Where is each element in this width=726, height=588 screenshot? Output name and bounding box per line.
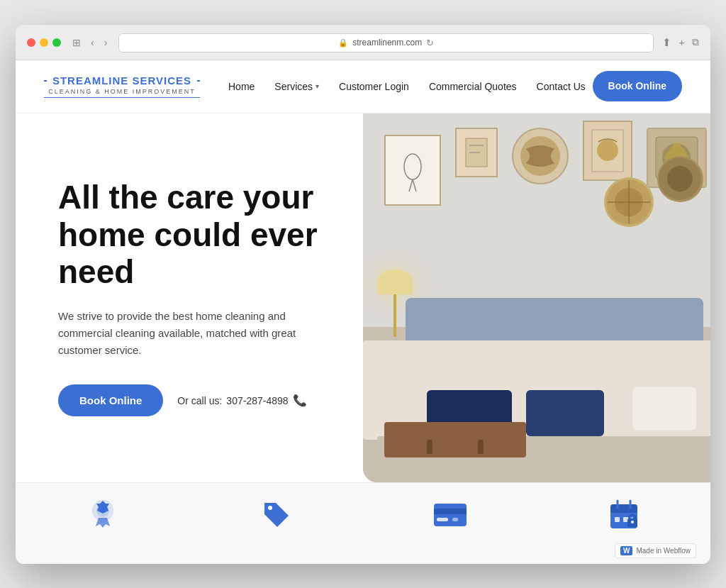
nav-link-commercial-quotes[interactable]: Commercial Quotes [429, 81, 517, 92]
maximize-button[interactable] [52, 38, 61, 47]
nav-links: Home Services ▾ Customer Login Commercia… [228, 81, 593, 92]
refresh-icon[interactable]: ↻ [426, 38, 434, 48]
svg-rect-26 [610, 509, 637, 513]
nav-link-services[interactable]: Services ▾ [274, 81, 319, 92]
browser-actions: ⬆ + ⧉ [662, 36, 699, 49]
svg-point-33 [631, 521, 634, 523]
svg-rect-21 [434, 509, 467, 514]
lamp-shade [377, 270, 413, 294]
svg-rect-29 [615, 517, 620, 522]
webflow-label: Made in Webflow [636, 547, 691, 555]
svg-rect-20 [434, 504, 467, 526]
bench-leg-right [478, 440, 484, 454]
back-button[interactable]: ‹ [88, 35, 97, 50]
credit-card-icon [432, 497, 468, 533]
navbar: STREAMLINE SERVICES CLEANING & HOME IMPR… [16, 60, 710, 113]
svg-line-1 [409, 179, 413, 192]
wall-art-1 [384, 135, 441, 206]
new-tab-icon[interactable]: + [678, 36, 685, 49]
calendar-icon-item [606, 497, 642, 533]
minimize-button[interactable] [40, 38, 48, 47]
bench [384, 422, 526, 457]
credit-card-icon-item [432, 497, 468, 533]
hero-section: All the care your home could ever need W… [16, 113, 710, 482]
bench-leg-left [427, 440, 432, 454]
logo-text-sub: CLEANING & HOME IMPROVEMENT [48, 88, 196, 95]
lock-icon: 🔒 [338, 38, 348, 48]
url-text: streamlinenm.com [352, 38, 422, 48]
nav-link-home[interactable]: Home [228, 81, 255, 92]
wall-deco-2 [657, 156, 703, 202]
award-icon [85, 497, 121, 533]
logo-line-right [197, 80, 200, 82]
logo-text-main[interactable]: STREAMLINE SERVICES [52, 74, 191, 87]
webflow-badge[interactable]: W Made in Webflow [615, 543, 696, 558]
call-text: Or call us: 307-287-4898 📞 [177, 394, 306, 407]
pillow-white [632, 387, 696, 430]
phone-number: 307-287-4898 [226, 395, 288, 406]
website: STREAMLINE SERVICES CLEANING & HOME IMPR… [16, 60, 710, 564]
tag-icon [259, 497, 294, 533]
logo-lines-top: STREAMLINE SERVICES [44, 74, 200, 87]
wall-art-3 [512, 128, 569, 184]
bottom-icons-strip [16, 482, 710, 543]
calendar-icon [606, 497, 642, 533]
hero-book-button[interactable]: Book Online [58, 384, 163, 416]
traffic-lights [27, 38, 61, 47]
browser-chrome: ⊞ ‹ › 🔒 streamlinenm.com ↻ ⬆ + ⧉ [16, 25, 710, 60]
webflow-w-icon: W [620, 546, 632, 555]
svg-point-19 [268, 506, 272, 510]
svg-line-2 [413, 179, 416, 192]
phone-icon: 📞 [293, 394, 307, 407]
svg-point-0 [404, 154, 421, 179]
wall-art-2 [455, 128, 498, 177]
wall-art-4 [583, 121, 632, 181]
svg-rect-23 [452, 518, 458, 521]
address-bar[interactable]: 🔒 streamlinenm.com ↻ [118, 33, 654, 52]
nav-link-customer-login[interactable]: Customer Login [339, 81, 409, 92]
forward-button[interactable]: › [101, 35, 111, 50]
hero-cta: Book Online Or call us: 307-287-4898 📞 [58, 384, 328, 416]
browser-controls: ⊞ ‹ › [69, 35, 110, 50]
logo-line-left [44, 80, 47, 82]
sidebar-toggle-icon[interactable]: ⊞ [69, 35, 84, 50]
webflow-badge-area: W Made in Webflow [16, 543, 710, 564]
windows-icon[interactable]: ⧉ [692, 36, 699, 49]
nav-link-contact-us[interactable]: Contact Us [537, 81, 586, 92]
svg-point-16 [667, 166, 693, 192]
call-label: Or call us: [177, 395, 222, 406]
hero-subtext: We strive to provide the best home clean… [58, 308, 328, 359]
share-icon[interactable]: ⬆ [662, 36, 671, 49]
pillow-right [526, 390, 604, 436]
logo-area: STREAMLINE SERVICES CLEANING & HOME IMPR… [44, 74, 200, 98]
browser-window: ⊞ ‹ › 🔒 streamlinenm.com ↻ ⬆ + ⧉ STREAML… [16, 25, 710, 564]
wall-deco-1 [604, 177, 654, 227]
svg-point-8 [597, 140, 618, 161]
close-button[interactable] [27, 38, 35, 47]
hero-image [363, 113, 710, 482]
nav-book-button[interactable]: Book Online [593, 71, 682, 101]
hero-heading: All the care your home could ever need [58, 179, 328, 292]
tag-icon-item [259, 497, 294, 533]
bed [363, 298, 710, 468]
hero-left: All the care your home could ever need W… [16, 113, 363, 482]
svg-rect-30 [623, 517, 628, 522]
logo-line-bottom [44, 97, 200, 98]
services-chevron-icon: ▾ [315, 82, 319, 90]
bedroom-scene [363, 113, 710, 482]
svg-rect-22 [437, 518, 448, 521]
award-icon-item [85, 497, 121, 533]
